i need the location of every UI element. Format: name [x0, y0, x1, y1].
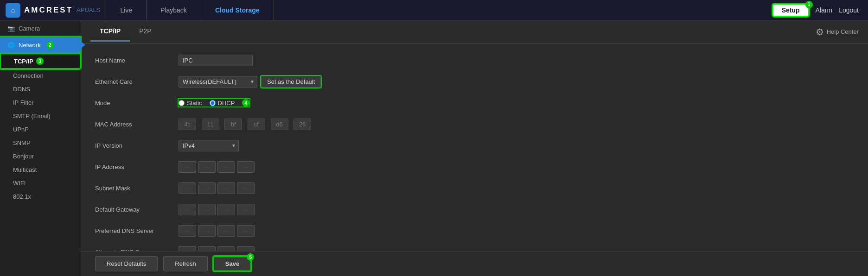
set-default-button[interactable]: Set as the Default — [261, 76, 321, 88]
ip-version-control: IPv4 IPv6 ▼ — [179, 140, 239, 151]
mac-address-control: 4c . 11 . bf . cf . d6 . 26 — [179, 119, 311, 130]
mac-address-row: MAC Address 4c . 11 . bf . cf . d6 . 26 — [95, 117, 854, 132]
default-gateway-control: ··· ··· ··· ··· — [179, 204, 255, 215]
setup-btn-wrapper: Setup 1 — [772, 4, 809, 17]
setup-button[interactable]: Setup — [772, 4, 809, 17]
mode-control: Static DHCP 4 — [179, 99, 249, 107]
sidebar-arrow — [81, 41, 85, 49]
ip-address-label: IP Address — [95, 163, 179, 170]
sidebar-subitem-ddns[interactable]: DDNS — [0, 82, 81, 96]
mode-static-option[interactable]: Static — [179, 100, 202, 107]
adns-seg-3: ··· — [237, 246, 255, 251]
sidebar-subitem-smtp[interactable]: SMTP (Email) — [0, 109, 81, 123]
subnet-seg-0: ··· — [179, 182, 196, 194]
preferred-dns-control: ··· ··· ··· ··· — [179, 225, 255, 237]
subnet-mask-label: Subnet Mask — [95, 185, 179, 192]
host-name-control — [179, 55, 253, 66]
subnet-mask-control: ··· ··· ··· ··· — [179, 182, 255, 194]
help-icon: ⚙ — [816, 26, 824, 38]
mac-seg-2: bf — [224, 119, 242, 130]
pdns-seg-2: ··· — [217, 225, 235, 237]
reset-defaults-button[interactable]: Reset Defaults — [95, 256, 158, 271]
ip-version-select[interactable]: IPv4 IPv6 — [179, 140, 239, 151]
ip-seg-1: ··· — [198, 161, 216, 173]
sidebar-item-network[interactable]: 🌐 Network 2 — [0, 37, 81, 53]
mode-dhcp-option[interactable]: DHCP — [210, 100, 235, 107]
topnav: ⌂ AMCREST APUALS Live Playback Cloud Sto… — [0, 0, 868, 20]
host-name-row: Host Name — [95, 53, 854, 68]
ethernet-card-select-wrapper: Wireless(DEFAULT) Ethernet ▼ — [179, 76, 257, 88]
mode-static-radio[interactable] — [179, 100, 185, 106]
tab-bar: TCP/IP P2P — [90, 22, 161, 42]
ip-seg-0: ··· — [179, 161, 196, 173]
logo-text: AMCREST — [24, 6, 73, 15]
host-name-label: Host Name — [95, 57, 179, 64]
ip-seg-3: ··· — [237, 161, 255, 173]
preferred-dns-label: Preferred DNS Server — [95, 227, 179, 234]
sidebar-subitem-bonjour[interactable]: Bonjour — [0, 150, 81, 163]
nav-link-live[interactable]: Live — [106, 0, 147, 20]
badge-1: 1 — [805, 1, 813, 8]
sidebar-subitem-connection[interactable]: Connection — [0, 69, 81, 82]
pdns-seg-3: ··· — [237, 225, 255, 237]
content-header: TCP/IP P2P ⚙ Help Center — [81, 20, 868, 44]
help-center[interactable]: ⚙ Help Center — [816, 26, 859, 38]
watermark: APUALS — [77, 6, 100, 13]
mac-dot-2: . — [244, 121, 246, 128]
sidebar-subitem-upnp[interactable]: UPnP — [0, 123, 81, 136]
mac-dot-1: . — [221, 121, 223, 128]
network-icon: 🌐 — [7, 42, 15, 49]
sidebar-subitem-wifi[interactable]: WIFI — [0, 176, 81, 190]
gw-seg-1: ··· — [198, 204, 216, 215]
sidebar: 📷 Camera 🌐 Network 2 TCP/IP 3 Connection… — [0, 20, 81, 276]
mac-dot-3: . — [267, 121, 269, 128]
ip-version-row: IP Version IPv4 IPv6 ▼ — [95, 138, 854, 153]
default-gateway-label: Default Gateway — [95, 206, 179, 213]
bottom-bar: Reset Defaults Refresh Save 5 — [81, 251, 868, 276]
sidebar-subitem-ipfilter[interactable]: IP Filter — [0, 96, 81, 109]
gw-seg-2: ··· — [217, 204, 235, 215]
nav-link-cloud-storage[interactable]: Cloud Storage — [201, 0, 274, 20]
alarm-button[interactable]: Alarm — [816, 6, 833, 14]
sidebar-subitem-multicast[interactable]: Multicast — [0, 163, 81, 176]
preferred-dns-row: Preferred DNS Server ··· ··· ··· ··· — [95, 223, 854, 238]
sidebar-subitem-tcpip[interactable]: TCP/IP 3 — [0, 53, 81, 69]
annotation-4: 4 — [242, 99, 249, 107]
content-area: TCP/IP P2P ⚙ Help Center Host Name — [81, 20, 868, 276]
logout-button[interactable]: Logout — [839, 6, 859, 14]
annotation-3: 3 — [36, 57, 44, 65]
alternate-dns-row: Alternate DNS Server ··· ··· ··· ··· — [95, 245, 854, 251]
pdns-seg-1: ··· — [198, 225, 216, 237]
mac-seg-4: d6 — [271, 119, 288, 130]
mac-address-label: MAC Address — [95, 121, 179, 128]
nav-right: Setup 1 Alarm Logout — [772, 4, 868, 17]
mac-dot-0: . — [198, 121, 200, 128]
ip-address-row: IP Address ··· ··· ··· ··· — [95, 159, 854, 174]
mode-label: Mode — [95, 100, 179, 107]
host-name-input[interactable] — [179, 55, 253, 66]
sidebar-item-camera[interactable]: 📷 Camera — [0, 20, 81, 37]
ethernet-card-select[interactable]: Wireless(DEFAULT) Ethernet — [179, 76, 257, 88]
mode-dhcp-radio[interactable] — [210, 100, 216, 106]
default-gateway-row: Default Gateway ··· ··· ··· ··· — [95, 202, 854, 217]
save-button[interactable]: Save 5 — [213, 256, 251, 271]
ip-seg-2: ··· — [217, 161, 235, 173]
nav-link-playback[interactable]: Playback — [147, 0, 201, 20]
refresh-button[interactable]: Refresh — [163, 256, 208, 271]
sidebar-subitem-snmp[interactable]: SNMP — [0, 136, 81, 150]
nav-links: Live Playback Cloud Storage — [106, 0, 274, 20]
alternate-dns-control: ··· ··· ··· ··· — [179, 246, 255, 251]
annotation-5: 5 — [247, 253, 254, 261]
ip-address-control: ··· ··· ··· ··· — [179, 161, 255, 173]
sidebar-subitem-8021x[interactable]: 802.1x — [0, 190, 81, 203]
tab-p2p[interactable]: P2P — [130, 22, 160, 42]
ip-version-label: IP Version — [95, 142, 179, 149]
logo-icon: ⌂ — [6, 3, 20, 18]
logo-area: ⌂ AMCREST APUALS — [0, 3, 106, 18]
tab-tcpip[interactable]: TCP/IP — [90, 22, 130, 42]
ethernet-card-row: Ethernet Card Wireless(DEFAULT) Ethernet… — [95, 74, 854, 89]
gw-seg-3: ··· — [237, 204, 255, 215]
mac-seg-5: 26 — [294, 119, 311, 130]
subnet-seg-3: ··· — [237, 182, 255, 194]
mac-dot-4: . — [290, 121, 292, 128]
